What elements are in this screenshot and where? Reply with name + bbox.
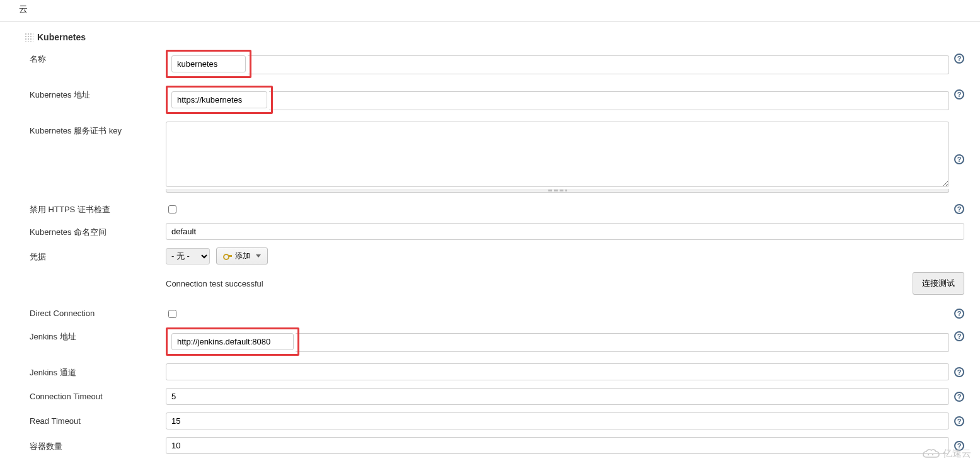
- label-disable-https: 禁用 HTTPS 证书检查: [16, 200, 166, 215]
- help-icon[interactable]: ?: [954, 367, 964, 377]
- highlight-box-kube-url: [166, 86, 273, 114]
- conn-timeout-input[interactable]: [166, 388, 949, 405]
- name-input[interactable]: [171, 55, 246, 72]
- help-icon[interactable]: ?: [954, 89, 964, 99]
- jenkins-tunnel-input[interactable]: [166, 363, 949, 380]
- label-read-timeout: Read Timeout: [16, 412, 166, 426]
- help-icon[interactable]: ?: [954, 309, 964, 319]
- cloud-config-section: Kubernetes 名称 ? Kubernetes 地址: [0, 22, 980, 466]
- add-button-label: 添加: [235, 251, 250, 261]
- help-icon[interactable]: ?: [954, 154, 964, 164]
- textarea-resize-footer[interactable]: [166, 189, 949, 193]
- connection-test-button[interactable]: 连接测试: [913, 272, 964, 295]
- help-icon[interactable]: ?: [954, 54, 964, 64]
- read-timeout-input[interactable]: [166, 412, 949, 429]
- label-namespace: Kubernetes 命名空间: [16, 223, 166, 238]
- drag-handle-icon[interactable]: [25, 33, 33, 42]
- label-kube-url: Kubernetes 地址: [16, 86, 166, 101]
- label-jenkins-tunnel: Jenkins 通道: [16, 363, 166, 378]
- label-cert-key: Kubernetes 服务证书 key: [16, 122, 166, 137]
- label-jenkins-url: Jenkins 地址: [16, 327, 166, 343]
- connection-test-message: Connection test successful: [166, 279, 263, 288]
- label-credentials: 凭据: [16, 247, 166, 263]
- name-input-extended[interactable]: [248, 55, 949, 74]
- help-icon[interactable]: ?: [954, 441, 964, 451]
- section-title-row: Kubernetes: [16, 28, 964, 46]
- help-icon[interactable]: ?: [954, 392, 964, 402]
- label-name: 名称: [16, 50, 166, 65]
- namespace-input[interactable]: [166, 223, 964, 240]
- key-icon: [223, 253, 232, 259]
- page-header: 云: [0, 0, 980, 22]
- label-direct-connection: Direct Connection: [16, 305, 166, 318]
- chevron-down-icon: [256, 254, 261, 258]
- help-icon[interactable]: ?: [954, 331, 964, 341]
- help-icon[interactable]: ?: [954, 204, 964, 214]
- help-icon[interactable]: ?: [954, 416, 964, 426]
- highlight-box-name: [166, 50, 251, 78]
- section-title: Kubernetes: [37, 32, 86, 42]
- highlight-box-jenkins-url: [166, 327, 299, 356]
- label-pod-labels: Pod Labels: [16, 462, 166, 466]
- kube-url-input[interactable]: [171, 91, 267, 108]
- jenkins-url-input[interactable]: [171, 333, 294, 350]
- label-container-count: 容器数量: [16, 437, 166, 452]
- direct-connection-checkbox[interactable]: [168, 310, 176, 318]
- cert-key-textarea[interactable]: [166, 122, 949, 187]
- kube-url-input-extended[interactable]: [269, 91, 949, 110]
- disable-https-checkbox[interactable]: [168, 205, 176, 213]
- credentials-select[interactable]: - 无 -: [166, 248, 210, 264]
- add-credentials-button[interactable]: 添加: [216, 247, 268, 264]
- container-count-input[interactable]: [166, 437, 949, 454]
- jenkins-url-input-extended[interactable]: [296, 333, 949, 352]
- label-conn-timeout: Connection Timeout: [16, 388, 166, 401]
